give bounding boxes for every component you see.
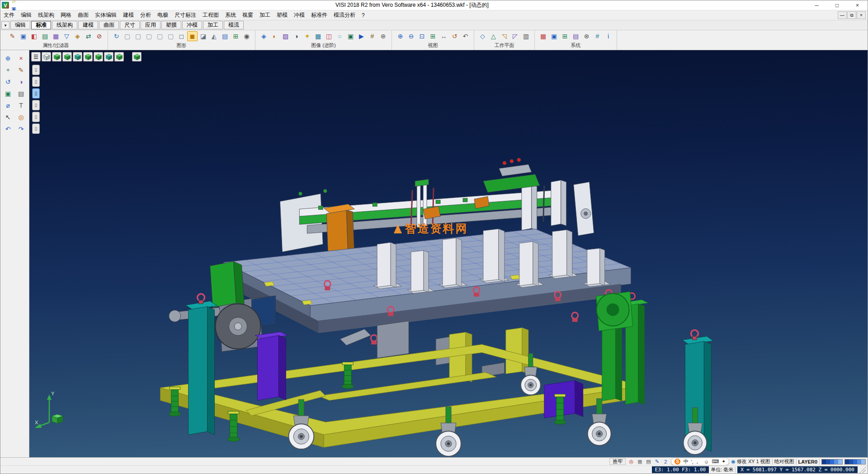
virtual-keyboard-icon[interactable]: ⌨ (712, 459, 719, 465)
menu-item-2[interactable]: 线架构 (35, 10, 57, 20)
selection-filter-4-button[interactable]: ▯ (32, 100, 40, 110)
texture-map-icon[interactable]: ▨ (280, 31, 291, 41)
animation-play-icon[interactable]: ▶ (356, 31, 367, 41)
background-style-icon[interactable]: ▩ (313, 31, 323, 41)
absolute-view-label[interactable]: 绝对视图 (774, 458, 794, 465)
render-mode-icon[interactable]: ◈ (259, 31, 269, 41)
tab-9[interactable]: 加工 (203, 21, 223, 29)
menu-item-13[interactable]: 加工 (256, 10, 274, 20)
menu-item-12[interactable]: 视窗 (239, 10, 256, 20)
tab-6[interactable]: 应用 (141, 21, 160, 29)
maximize-button[interactable]: □ (827, 0, 847, 10)
system-settings-icon[interactable]: ⊛ (581, 31, 592, 41)
workplane-standard-icon[interactable]: ◇ (477, 31, 488, 41)
dynamic-view-cube-button[interactable] (132, 52, 142, 62)
sheet-view-1-icon[interactable]: ▢ (122, 31, 132, 41)
menu-item-1[interactable]: 编辑 (18, 10, 35, 20)
sheet-list-icon[interactable]: ▤ (220, 31, 230, 41)
grid-system-icon[interactable]: # (592, 31, 603, 41)
image-capture-icon[interactable]: ▣ (345, 31, 356, 41)
workplane-list-icon[interactable]: ▥ (521, 31, 531, 41)
iso-view-3-button[interactable] (73, 52, 82, 62)
tab-10[interactable]: 模流 (224, 21, 244, 29)
snapshot-view-icon[interactable]: ◉ (241, 31, 252, 41)
redo-tool-icon[interactable]: ↷ (15, 123, 27, 134)
tab-dropdown-button[interactable]: ▾ (1, 21, 9, 29)
color-scale-bar-2[interactable] (844, 459, 866, 465)
ime-toolbox-icon[interactable]: ✦ (722, 459, 726, 465)
sheet-view-5-icon[interactable]: ▢ (165, 31, 176, 41)
transparency-toggle-icon[interactable]: ○ (335, 31, 345, 41)
zoom-in-icon[interactable]: ⊕ (395, 31, 406, 41)
3d-model-canvas[interactable] (29, 50, 868, 457)
attribute-editor-icon[interactable]: ✎ (7, 31, 18, 41)
shaded-mode-icon[interactable]: ◼ (187, 31, 198, 41)
system-monitor-icon[interactable]: ▣ (549, 31, 559, 41)
graphics-settings-icon[interactable]: ⊞ (231, 31, 241, 41)
tab-2[interactable]: 线架构 (52, 21, 77, 29)
select-tool-icon[interactable]: ↖ (2, 112, 14, 122)
close-button[interactable]: × (847, 0, 868, 10)
pan-view-icon[interactable]: ↔ (439, 31, 449, 41)
layers-tool-icon[interactable]: ▤ (15, 88, 27, 99)
advanced-image-settings-icon[interactable]: ⊛ (378, 31, 388, 41)
delete-tool-icon[interactable]: × (15, 53, 27, 63)
undo-tool-icon[interactable]: ↶ (2, 123, 14, 134)
filter-lock-icon[interactable]: ◈ (72, 31, 83, 41)
measure-image-icon[interactable]: # (367, 31, 377, 41)
mdi-minimize-button[interactable]: — (838, 11, 847, 19)
mdi-restore-button[interactable]: ⧉ (847, 11, 856, 19)
tab-5[interactable]: 尺寸 (120, 21, 140, 29)
copy-tool-icon[interactable]: ▣ (2, 88, 14, 99)
sheet-view-4-icon[interactable]: ▢ (155, 31, 165, 41)
iso-view-6-button[interactable] (104, 52, 113, 62)
resize-grip[interactable] (859, 467, 866, 473)
element-filter-icon[interactable]: ▦ (51, 31, 61, 41)
workplane-3points-icon[interactable]: △ (488, 31, 499, 41)
ime-language[interactable]: 中 (683, 458, 688, 465)
tab-1[interactable]: 标准 (31, 21, 51, 29)
color-scale-bar-1[interactable] (821, 459, 843, 465)
sheet-view-2-icon[interactable]: ▢ (133, 31, 143, 41)
tab-7[interactable]: 塑膜 (161, 21, 181, 29)
view-list-button[interactable]: ☰ (31, 52, 41, 62)
measure-tool-icon[interactable]: ⌀ (2, 100, 14, 110)
perspective-mode-icon[interactable]: ◭ (209, 31, 219, 41)
view-mode-icon[interactable]: ◉ (731, 459, 736, 465)
menu-item-5[interactable]: 实体编辑 (92, 10, 120, 20)
tab-0[interactable]: 编辑 (10, 21, 30, 29)
menu-item-7[interactable]: 分析 (137, 10, 154, 20)
menu-item-14[interactable]: 塑模 (274, 10, 291, 20)
menu-item-15[interactable]: 冲模 (291, 10, 308, 20)
menu-item-9[interactable]: 尺寸标注 (171, 10, 199, 20)
menu-item-4[interactable]: 曲面 (75, 10, 92, 20)
calculator-icon[interactable]: ⊞ (560, 31, 570, 41)
annotate-tool-icon[interactable]: T (15, 100, 27, 110)
zoom-fit-icon[interactable]: ⊞ (428, 31, 438, 41)
selection-filter-3-button[interactable]: ▯ (32, 88, 40, 99)
sheet-view-3-icon[interactable]: ▢ (144, 31, 154, 41)
sogou-logo-icon[interactable]: S (675, 459, 680, 465)
selection-filter-5-button[interactable]: ▯ (32, 112, 40, 122)
menu-item-6[interactable]: 建模 (120, 10, 137, 20)
zoom-window-icon[interactable]: ⊡ (417, 31, 427, 41)
emoji-picker-icon[interactable]: ☺ (704, 459, 709, 465)
menu-item-16[interactable]: 标准件 (308, 10, 330, 20)
mdi-close-button[interactable]: × (857, 11, 866, 19)
menu-item-10[interactable]: 工程图 (199, 10, 222, 20)
rotate-tool-icon[interactable]: ↺ (2, 76, 14, 87)
system-info-icon[interactable]: i (603, 31, 613, 41)
count-badge[interactable]: 2 (662, 458, 669, 465)
ime-punctuation-period[interactable]: 。 (696, 458, 701, 465)
selection-filter-2-button[interactable]: ▯ (32, 76, 40, 87)
hidden-line-mode-icon[interactable]: ◪ (198, 31, 208, 41)
snap-lock-toggle[interactable]: 拴牢 (609, 458, 626, 465)
filter-swap-icon[interactable]: ⇄ (83, 31, 94, 41)
zoom-out-icon[interactable]: ⊖ (406, 31, 416, 41)
grid-icon[interactable]: ▦ (636, 458, 643, 465)
iso-view-top-button[interactable] (42, 52, 51, 62)
minimize-button[interactable]: ─ (807, 0, 827, 10)
iso-view-2-button[interactable] (62, 52, 72, 62)
refresh-graphics-icon[interactable]: ↻ (111, 31, 122, 41)
iso-view-5-button[interactable] (94, 52, 103, 62)
